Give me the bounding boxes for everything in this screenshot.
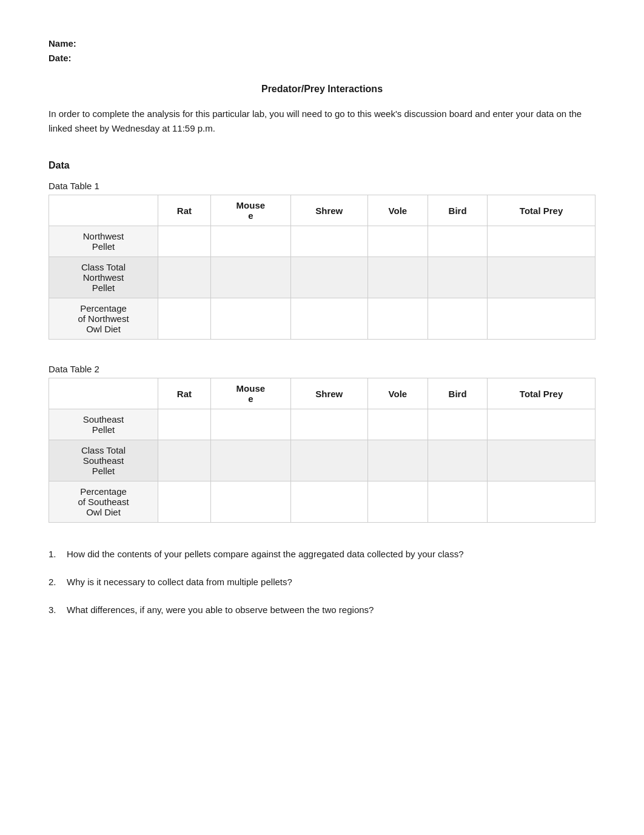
se-pct-rat xyxy=(158,481,211,523)
table-row: Percentage of Northwest Owl Diet xyxy=(49,298,595,340)
table2-col-bird: Bird xyxy=(428,378,487,409)
table1-col-empty xyxy=(49,195,158,226)
nw-pct-rat xyxy=(158,298,211,340)
se-pellet-mouse xyxy=(210,409,290,440)
nw-pellet-total xyxy=(488,226,595,257)
nw-classtotal-total xyxy=(488,257,595,298)
table-row: Northwest Pellet xyxy=(49,226,595,257)
row-label-southeast-pellet: Southeast Pellet xyxy=(49,409,158,440)
page-title: Predator/Prey Interactions xyxy=(49,84,595,95)
data-table-2: Rat Mousee Shrew Vole Bird Total Prey So… xyxy=(49,378,595,523)
row-label-northwest-pellet: Northwest Pellet xyxy=(49,226,158,257)
se-classtotal-mouse xyxy=(210,440,290,481)
table2-col-rat: Rat xyxy=(158,378,211,409)
se-pellet-total xyxy=(488,409,595,440)
name-label: Name: xyxy=(49,36,595,51)
nw-pct-mouse xyxy=(210,298,290,340)
question-2-text: Why is it necessary to collect data from… xyxy=(67,575,292,589)
nw-classtotal-bird xyxy=(428,257,487,298)
name-date-block: Name: Date: xyxy=(49,36,595,65)
question-1-text: How did the contents of your pellets com… xyxy=(67,547,464,562)
table1-col-rat: Rat xyxy=(158,195,211,226)
nw-pellet-shrew xyxy=(290,226,367,257)
se-pct-vole xyxy=(367,481,428,523)
nw-classtotal-rat xyxy=(158,257,211,298)
se-classtotal-rat xyxy=(158,440,211,481)
question-1: 1. How did the contents of your pellets … xyxy=(49,547,595,562)
se-pct-total xyxy=(488,481,595,523)
se-classtotal-shrew xyxy=(290,440,367,481)
date-label: Date: xyxy=(49,51,595,65)
table2-col-empty xyxy=(49,378,158,409)
nw-classtotal-vole xyxy=(367,257,428,298)
nw-pellet-rat xyxy=(158,226,211,257)
se-classtotal-bird xyxy=(428,440,487,481)
row-label-class-total-nw: Class Total Northwest Pellet xyxy=(49,257,158,298)
nw-pellet-bird xyxy=(428,226,487,257)
table1-col-shrew: Shrew xyxy=(290,195,367,226)
se-pct-bird xyxy=(428,481,487,523)
row-label-pct-se: Percentage of Southeast Owl Diet xyxy=(49,481,158,523)
question-3-text: What differences, if any, were you able … xyxy=(67,603,374,617)
nw-pellet-mouse xyxy=(210,226,290,257)
data-table-1: Rat Mousee Shrew Vole Bird Total Prey No… xyxy=(49,195,595,340)
table1-label: Data Table 1 xyxy=(49,181,595,191)
se-pellet-vole xyxy=(367,409,428,440)
question-3: 3. What differences, if any, were you ab… xyxy=(49,603,595,617)
row-label-class-total-se: Class Total Southeast Pellet xyxy=(49,440,158,481)
table-row: Class Total Northwest Pellet xyxy=(49,257,595,298)
row-label-pct-nw: Percentage of Northwest Owl Diet xyxy=(49,298,158,340)
se-pellet-bird xyxy=(428,409,487,440)
nw-classtotal-shrew xyxy=(290,257,367,298)
table2-col-shrew: Shrew xyxy=(290,378,367,409)
nw-pct-bird xyxy=(428,298,487,340)
nw-pct-total xyxy=(488,298,595,340)
question-1-number: 1. xyxy=(49,547,61,562)
data-section-heading: Data xyxy=(49,160,595,171)
se-classtotal-total xyxy=(488,440,595,481)
nw-pct-shrew xyxy=(290,298,367,340)
se-pct-shrew xyxy=(290,481,367,523)
table-row: Percentage of Southeast Owl Diet xyxy=(49,481,595,523)
se-classtotal-vole xyxy=(367,440,428,481)
se-pellet-rat xyxy=(158,409,211,440)
table1-col-vole: Vole xyxy=(367,195,428,226)
table1-col-mouse: Mousee xyxy=(210,195,290,226)
table-row: Class Total Southeast Pellet xyxy=(49,440,595,481)
se-pellet-shrew xyxy=(290,409,367,440)
intro-text: In order to complete the analysis for th… xyxy=(49,107,595,136)
question-2: 2. Why is it necessary to collect data f… xyxy=(49,575,595,589)
questions-section: 1. How did the contents of your pellets … xyxy=(49,547,595,617)
question-3-number: 3. xyxy=(49,603,61,617)
table1-col-bird: Bird xyxy=(428,195,487,226)
table2-col-vole: Vole xyxy=(367,378,428,409)
table2-col-mouse: Mousee xyxy=(210,378,290,409)
se-pct-mouse xyxy=(210,481,290,523)
table2-col-total: Total Prey xyxy=(488,378,595,409)
table-row: Southeast Pellet xyxy=(49,409,595,440)
nw-pellet-vole xyxy=(367,226,428,257)
table2-label: Data Table 2 xyxy=(49,364,595,374)
table1-col-total: Total Prey xyxy=(488,195,595,226)
nw-pct-vole xyxy=(367,298,428,340)
nw-classtotal-mouse xyxy=(210,257,290,298)
question-2-number: 2. xyxy=(49,575,61,589)
